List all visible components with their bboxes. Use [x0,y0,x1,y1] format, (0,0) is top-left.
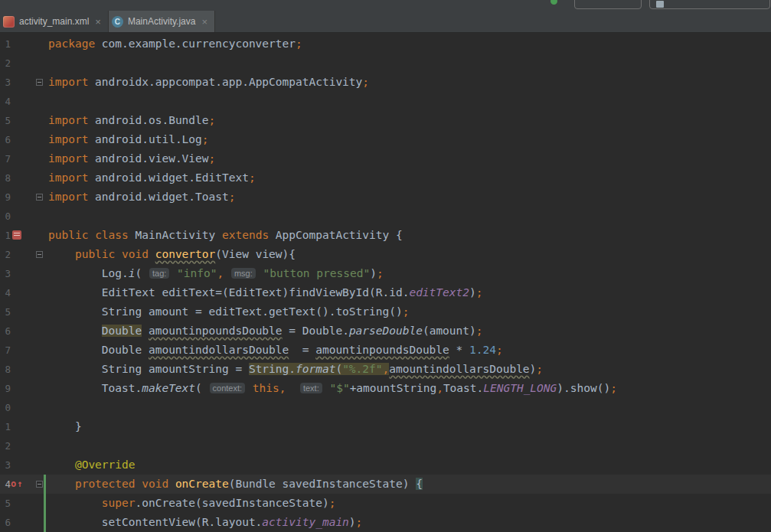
code-line[interactable]: 3import androidx.appcompat.app.AppCompat… [0,73,771,92]
code-line[interactable]: 8import android.widget.EditText; [0,168,771,188]
code-line[interactable]: 7 Double amountindollarsDouble = amounti… [0,341,771,360]
line-number[interactable]: 4 [0,92,11,111]
code-token: Toast. [48,382,142,394]
gutter-icon-area [11,379,34,398]
line-number[interactable]: 0 [0,207,11,226]
code-text [46,54,48,73]
fold-column [34,168,44,188]
fold-collapse-icon[interactable] [36,481,43,488]
gutter-icon-area [11,130,34,149]
line-number[interactable]: 3 [0,455,11,475]
code-token: LENGTH_LONG [483,382,557,394]
line-number[interactable]: 1 [0,417,11,436]
code-text: Double amountindollarsDouble = amountinp… [46,341,503,360]
fold-column[interactable] [34,245,44,264]
code-token: ; [209,114,216,126]
line-number[interactable]: 3 [0,264,11,283]
line-number[interactable]: 9 [0,188,11,207]
line-number[interactable]: 3 [0,73,11,92]
line-number[interactable]: 6 [0,321,11,341]
code-token: package [48,38,95,50]
line-number[interactable]: 2 [0,436,11,455]
line-number[interactable]: 5 [0,302,11,321]
code-token [224,267,230,279]
code-token: android.widget.EditText [88,171,249,184]
code-line[interactable]: 9 Toast.makeText( context: this, text: "… [0,379,771,398]
fold-end-icon[interactable] [36,194,43,201]
line-number[interactable]: 7 [0,341,11,360]
code-line[interactable]: 8 String amountString = String.format("%… [0,360,771,379]
line-number[interactable]: 6 [0,513,11,532]
parameter-hint-badge: context: [210,383,246,393]
code-line[interactable]: 6 setContentView(R.layout.activity_main)… [0,513,771,532]
run-configuration-dropdown[interactable] [649,0,770,9]
code-token: makeText [142,382,195,394]
code-token: import [48,191,88,203]
code-text: import android.util.Log; [46,130,209,149]
code-line[interactable]: 4 EditText editText=(EditText)findViewBy… [0,283,771,302]
fold-column [34,207,44,226]
code-line[interactable]: 3 Log.i( tag: "info", msg: "button press… [0,264,771,283]
device-selector-dropdown[interactable] [574,0,642,9]
fold-column [34,436,44,455]
code-text: public void convertor(View view){ [46,245,296,264]
line-number[interactable]: 5 [0,111,11,130]
code-token: ( [335,363,342,375]
code-line-current[interactable]: 4o↑ protected void onCreate(Bundle saved… [0,475,771,494]
code-token: ) [469,286,476,299]
line-number[interactable]: 1 [0,34,11,54]
code-token [168,478,175,490]
code-line[interactable]: 5 String amount = editText.getText().toS… [0,302,771,321]
line-number[interactable]: 2 [0,54,11,73]
code-token: ; [356,516,363,528]
line-number[interactable]: 0 [0,398,11,417]
line-number[interactable]: 6 [0,130,11,149]
overriding-method-icon[interactable]: o↑ [11,475,23,494]
line-number[interactable]: 4 [0,283,11,302]
code-line[interactable]: 2 [0,54,771,73]
code-text: import android.os.Bundle; [46,111,215,130]
code-line[interactable]: 4 [0,92,771,111]
line-number[interactable]: 9 [0,379,11,398]
code-line[interactable]: 2 public void convertor(View view){ [0,245,771,264]
code-line[interactable]: 5 super.onCreate(savedInstanceState); [0,494,771,513]
code-line[interactable]: 6 Double amountinpoundsDouble = Double.p… [0,321,771,341]
code-text: import androidx.appcompat.app.AppCompatA… [46,73,369,92]
line-number[interactable]: 1 [0,226,11,245]
line-number[interactable]: 7 [0,149,11,168]
fold-collapse-icon[interactable] [36,79,43,86]
parameter-hint-badge: tag: [149,268,169,279]
fold-column[interactable] [34,475,44,494]
class-gutter-marker-icon[interactable] [12,230,21,240]
close-icon[interactable]: × [93,17,101,27]
gutter-icon-area [11,417,34,436]
code-line[interactable]: 6import android.util.Log; [0,130,771,149]
line-number[interactable]: 2 [0,245,11,264]
fold-collapse-icon[interactable] [36,251,43,258]
line-number[interactable]: 8 [0,360,11,379]
fold-column[interactable] [34,188,44,207]
tab-activity-main-xml[interactable]: activity_main.xml × [0,11,109,32]
close-icon[interactable]: × [200,17,207,27]
code-token: androidx.appcompat.app.AppCompatActivity [88,76,362,88]
code-line[interactable]: 3 @Override [0,455,771,475]
code-line[interactable]: 1package com.example.currencyconverter; [0,34,771,54]
code-line[interactable]: 1 } [0,417,771,436]
code-token: } [48,420,82,432]
line-number[interactable]: 8 [0,168,11,188]
gutter-icon-area [11,207,34,226]
code-editor[interactable]: 1package com.example.currencyconverter;2… [0,33,771,532]
code-line[interactable]: 2 [0,436,771,455]
tab-mainactivity-java[interactable]: C MainActivity.java × [109,11,215,32]
code-line[interactable]: 1public class MainActivity extends AppCo… [0,226,771,245]
code-line[interactable]: 5import android.os.Bundle; [0,111,771,130]
code-text: protected void onCreate(Bundle savedInst… [46,475,423,494]
code-text: import android.widget.Toast; [46,188,235,207]
code-line[interactable]: 9import android.widget.Toast; [0,188,771,207]
code-line[interactable]: 0 [0,398,771,417]
code-line[interactable]: 7import android.view.View; [0,149,771,168]
code-line[interactable]: 0 [0,207,771,226]
fold-column[interactable] [34,73,44,92]
line-number[interactable]: 4 [0,475,11,494]
line-number[interactable]: 5 [0,494,11,513]
